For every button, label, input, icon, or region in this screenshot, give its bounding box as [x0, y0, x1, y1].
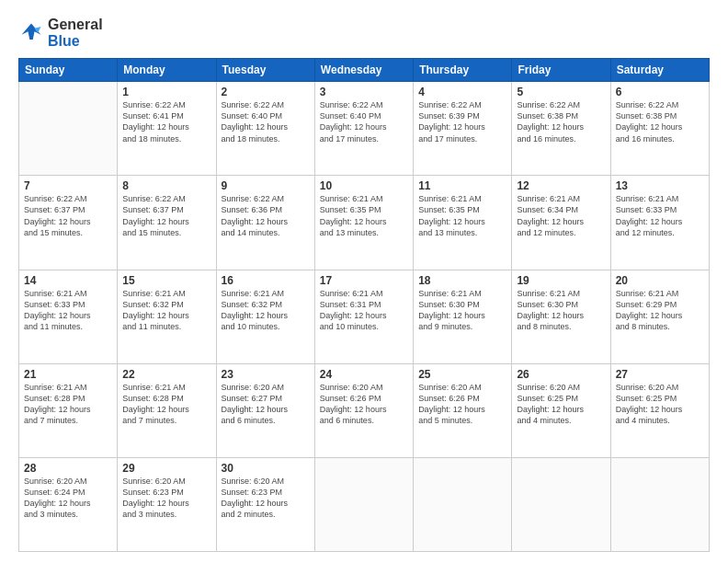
day-info: Sunrise: 6:22 AM Sunset: 6:40 PM Dayligh…: [320, 99, 408, 144]
day-number: 27: [616, 368, 704, 381]
day-info: Sunrise: 6:22 AM Sunset: 6:37 PM Dayligh…: [122, 193, 210, 238]
col-saturday: Saturday: [610, 59, 709, 82]
day-info: Sunrise: 6:21 AM Sunset: 6:35 PM Dayligh…: [418, 193, 506, 238]
day-number: 26: [517, 368, 605, 381]
calendar-cell: 13Sunrise: 6:21 AM Sunset: 6:33 PM Dayli…: [610, 176, 709, 270]
calendar-cell: 21Sunrise: 6:21 AM Sunset: 6:28 PM Dayli…: [19, 363, 118, 457]
day-number: 18: [418, 274, 506, 287]
calendar-cell: 17Sunrise: 6:21 AM Sunset: 6:31 PM Dayli…: [314, 270, 413, 363]
day-number: 25: [418, 368, 506, 381]
day-info: Sunrise: 6:21 AM Sunset: 6:32 PM Dayligh…: [122, 288, 210, 333]
calendar-cell: 10Sunrise: 6:21 AM Sunset: 6:35 PM Dayli…: [314, 176, 413, 270]
calendar-cell: 2Sunrise: 6:22 AM Sunset: 6:40 PM Daylig…: [216, 82, 314, 176]
day-number: 20: [616, 274, 704, 287]
day-number: 30: [222, 462, 310, 475]
day-number: 3: [320, 86, 408, 98]
day-info: Sunrise: 6:22 AM Sunset: 6:38 PM Dayligh…: [616, 99, 704, 144]
calendar-cell: 26Sunrise: 6:20 AM Sunset: 6:25 PM Dayli…: [512, 363, 610, 457]
calendar-cell: 23Sunrise: 6:20 AM Sunset: 6:27 PM Dayli…: [216, 363, 314, 457]
day-info: Sunrise: 6:22 AM Sunset: 6:38 PM Dayligh…: [517, 99, 605, 144]
day-info: Sunrise: 6:20 AM Sunset: 6:25 PM Dayligh…: [616, 382, 704, 427]
day-info: Sunrise: 6:20 AM Sunset: 6:25 PM Dayligh…: [517, 382, 605, 427]
day-number: 22: [122, 368, 210, 381]
day-info: Sunrise: 6:21 AM Sunset: 6:34 PM Dayligh…: [517, 193, 605, 238]
day-info: Sunrise: 6:21 AM Sunset: 6:33 PM Dayligh…: [616, 193, 704, 238]
calendar-cell: 11Sunrise: 6:21 AM Sunset: 6:35 PM Dayli…: [414, 176, 512, 270]
col-wednesday: Wednesday: [314, 59, 413, 82]
calendar-cell: 15Sunrise: 6:21 AM Sunset: 6:32 PM Dayli…: [118, 270, 216, 363]
calendar-cell: 24Sunrise: 6:20 AM Sunset: 6:26 PM Dayli…: [314, 363, 413, 457]
day-number: 14: [24, 274, 112, 287]
calendar-cell: 29Sunrise: 6:20 AM Sunset: 6:23 PM Dayli…: [118, 457, 216, 551]
day-info: Sunrise: 6:21 AM Sunset: 6:35 PM Dayligh…: [320, 193, 408, 238]
calendar-cell: 9Sunrise: 6:22 AM Sunset: 6:36 PM Daylig…: [216, 176, 314, 270]
calendar-cell: 20Sunrise: 6:21 AM Sunset: 6:29 PM Dayli…: [610, 270, 709, 363]
calendar-body: 1Sunrise: 6:22 AM Sunset: 6:41 PM Daylig…: [19, 82, 710, 552]
calendar-cell: 14Sunrise: 6:21 AM Sunset: 6:33 PM Dayli…: [19, 270, 118, 363]
calendar-week-0: 1Sunrise: 6:22 AM Sunset: 6:41 PM Daylig…: [19, 82, 710, 176]
calendar-week-4: 28Sunrise: 6:20 AM Sunset: 6:24 PM Dayli…: [19, 457, 710, 551]
calendar-week-1: 7Sunrise: 6:22 AM Sunset: 6:37 PM Daylig…: [19, 176, 710, 270]
day-info: Sunrise: 6:21 AM Sunset: 6:33 PM Dayligh…: [24, 288, 112, 333]
day-number: 5: [517, 86, 605, 98]
page: General Blue Sunday Monday Tuesday Wedne…: [0, 0, 728, 563]
day-number: 28: [24, 462, 112, 475]
day-number: 23: [222, 368, 310, 381]
col-tuesday: Tuesday: [216, 59, 314, 82]
calendar-cell: 22Sunrise: 6:21 AM Sunset: 6:28 PM Dayli…: [118, 363, 216, 457]
calendar-header: Sunday Monday Tuesday Wednesday Thursday…: [19, 59, 710, 82]
logo: General Blue: [18, 17, 103, 49]
day-info: Sunrise: 6:20 AM Sunset: 6:23 PM Dayligh…: [222, 476, 310, 521]
day-info: Sunrise: 6:22 AM Sunset: 6:39 PM Dayligh…: [418, 99, 506, 144]
day-number: 19: [517, 274, 605, 287]
day-info: Sunrise: 6:21 AM Sunset: 6:29 PM Dayligh…: [616, 288, 704, 333]
col-monday: Monday: [118, 59, 216, 82]
day-number: 1: [122, 86, 210, 98]
calendar-cell: [19, 82, 118, 176]
day-info: Sunrise: 6:22 AM Sunset: 6:36 PM Dayligh…: [222, 193, 310, 238]
calendar-cell: [314, 457, 413, 551]
calendar-cell: 16Sunrise: 6:21 AM Sunset: 6:32 PM Dayli…: [216, 270, 314, 363]
day-info: Sunrise: 6:20 AM Sunset: 6:24 PM Dayligh…: [24, 476, 112, 521]
day-info: Sunrise: 6:22 AM Sunset: 6:41 PM Dayligh…: [122, 99, 210, 144]
day-number: 4: [418, 86, 506, 98]
day-info: Sunrise: 6:20 AM Sunset: 6:27 PM Dayligh…: [222, 382, 310, 427]
calendar-cell: 4Sunrise: 6:22 AM Sunset: 6:39 PM Daylig…: [414, 82, 512, 176]
logo-text: General Blue: [48, 17, 103, 49]
day-number: 8: [122, 179, 210, 192]
day-info: Sunrise: 6:20 AM Sunset: 6:26 PM Dayligh…: [418, 382, 506, 427]
calendar-cell: 8Sunrise: 6:22 AM Sunset: 6:37 PM Daylig…: [118, 176, 216, 270]
calendar-table: Sunday Monday Tuesday Wednesday Thursday…: [18, 58, 710, 552]
calendar-cell: 30Sunrise: 6:20 AM Sunset: 6:23 PM Dayli…: [216, 457, 314, 551]
col-thursday: Thursday: [414, 59, 512, 82]
calendar-cell: 28Sunrise: 6:20 AM Sunset: 6:24 PM Dayli…: [19, 457, 118, 551]
day-info: Sunrise: 6:20 AM Sunset: 6:23 PM Dayligh…: [122, 476, 210, 521]
day-number: 13: [616, 179, 704, 192]
day-info: Sunrise: 6:21 AM Sunset: 6:30 PM Dayligh…: [418, 288, 506, 333]
day-number: 12: [517, 179, 605, 192]
calendar-cell: 18Sunrise: 6:21 AM Sunset: 6:30 PM Dayli…: [414, 270, 512, 363]
day-number: 9: [222, 179, 310, 192]
day-number: 29: [122, 462, 210, 475]
day-number: 24: [320, 368, 408, 381]
header: General Blue: [18, 17, 710, 49]
day-number: 17: [320, 274, 408, 287]
header-row: Sunday Monday Tuesday Wednesday Thursday…: [19, 59, 710, 82]
calendar-cell: [512, 457, 610, 551]
day-number: 16: [222, 274, 310, 287]
calendar-cell: 1Sunrise: 6:22 AM Sunset: 6:41 PM Daylig…: [118, 82, 216, 176]
day-number: 15: [122, 274, 210, 287]
calendar-cell: 5Sunrise: 6:22 AM Sunset: 6:38 PM Daylig…: [512, 82, 610, 176]
calendar-cell: 25Sunrise: 6:20 AM Sunset: 6:26 PM Dayli…: [414, 363, 512, 457]
calendar-cell: 7Sunrise: 6:22 AM Sunset: 6:37 PM Daylig…: [19, 176, 118, 270]
day-number: 21: [24, 368, 112, 381]
col-friday: Friday: [512, 59, 610, 82]
day-info: Sunrise: 6:20 AM Sunset: 6:26 PM Dayligh…: [320, 382, 408, 427]
calendar-cell: 3Sunrise: 6:22 AM Sunset: 6:40 PM Daylig…: [314, 82, 413, 176]
calendar-cell: [414, 457, 512, 551]
calendar-week-3: 21Sunrise: 6:21 AM Sunset: 6:28 PM Dayli…: [19, 363, 710, 457]
day-info: Sunrise: 6:22 AM Sunset: 6:37 PM Dayligh…: [24, 193, 112, 238]
day-info: Sunrise: 6:21 AM Sunset: 6:28 PM Dayligh…: [24, 382, 112, 427]
day-number: 10: [320, 179, 408, 192]
logo-icon: [18, 20, 44, 46]
